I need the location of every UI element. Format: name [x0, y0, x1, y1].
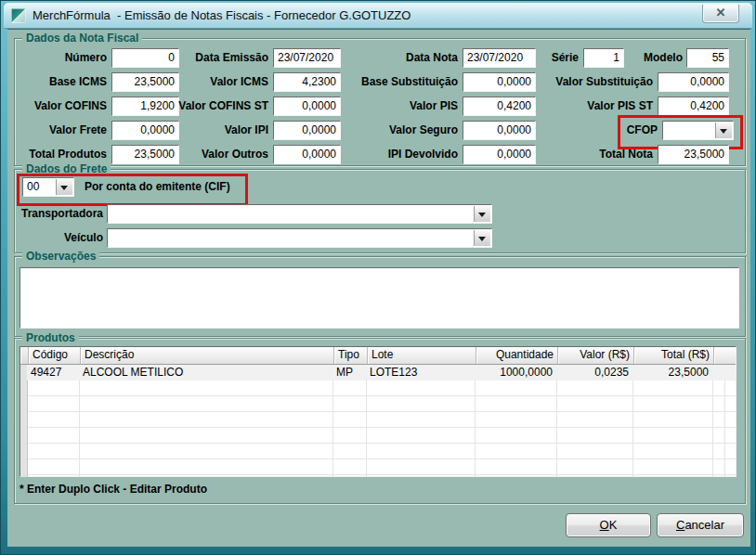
cell-tipo: MP — [332, 365, 366, 381]
cfop-combobox[interactable] — [662, 121, 734, 140]
data-nota-label: Data Nota — [352, 48, 458, 68]
frete-modalidade-value: 00 — [27, 180, 39, 193]
valor-frete-label: Valor Frete — [10, 121, 107, 140]
valor-outros-label: Valor Outros — [174, 145, 268, 164]
cancel-button[interactable]: Cancelar — [657, 513, 744, 537]
cell-valor: 0,0235 — [556, 365, 632, 381]
valor-pis-label: Valor PIS — [352, 97, 458, 116]
close-button[interactable]: ✕ — [702, 5, 739, 23]
grid-column-line — [475, 365, 476, 477]
grid-column-line — [556, 365, 557, 477]
valor-substituicao-input[interactable]: 0,0000 — [658, 72, 729, 92]
grid-header: Código Descrição Tipo Lote Quantidade Va… — [20, 347, 736, 365]
valor-seguro-label: Valor Seguro — [352, 121, 458, 140]
ipi-devolvido-label: IPI Devolvido — [352, 145, 458, 164]
veiculo-select[interactable] — [107, 228, 492, 248]
grid-body: 49427 ALCOOL METILICO MP LOTE123 1000,00… — [20, 365, 736, 477]
base-icms-label: Base ICMS — [10, 72, 107, 92]
app-window: MerchFórmula - Emissão de Notas Fiscais … — [0, 0, 756, 555]
cell-quantidade: 1000,0000 — [475, 365, 556, 381]
valor-cofins-st-input[interactable]: 0,0000 — [273, 97, 341, 116]
title-bar[interactable]: MerchFórmula - Emissão de Notas Fiscais … — [4, 3, 752, 29]
column-header-valor[interactable]: Valor (R$) — [558, 347, 634, 364]
column-header-tipo[interactable]: Tipo — [334, 347, 368, 364]
dropdown-arrow-icon[interactable] — [56, 179, 72, 195]
cell-codigo: 49427 — [27, 365, 79, 381]
grid-column-line — [632, 365, 633, 477]
column-header-codigo[interactable]: Código — [29, 347, 81, 364]
modelo-label: Modelo — [629, 48, 683, 68]
column-header-lote[interactable]: Lote — [368, 347, 476, 364]
dropdown-arrow-icon[interactable] — [715, 123, 732, 138]
cancel-button-label: Cancelar — [658, 514, 743, 536]
transportadora-select[interactable] — [107, 204, 492, 224]
grid-column-line — [366, 365, 367, 477]
grid-column-line — [79, 365, 80, 477]
numero-label: Número — [10, 48, 107, 68]
cell-descricao: ALCOOL METILICO — [79, 365, 332, 381]
frete-modalidade-desc: Por conta do emitente (CIF) — [85, 177, 307, 197]
group-title: Produtos — [22, 331, 79, 344]
valor-ipi-label: Valor IPI — [174, 121, 268, 140]
column-header-descricao[interactable]: Descrição — [81, 347, 334, 364]
valor-ipi-input[interactable]: 0,0000 — [273, 121, 341, 140]
data-emissao-input[interactable]: 23/07/2020 — [273, 48, 341, 68]
valor-cofins-st-label: Valor COFINS ST — [174, 97, 268, 116]
cell-lote: LOTE123 — [366, 365, 475, 381]
grid-column-line — [724, 365, 725, 477]
grid-column-line — [332, 365, 333, 477]
app-icon — [11, 8, 26, 23]
serie-label: Série — [517, 48, 579, 68]
cell-total: 23,5000 — [632, 365, 712, 381]
row-indicator-column — [20, 365, 28, 477]
window-title: MerchFórmula - Emissão de Notas Fiscais … — [33, 8, 411, 22]
valor-cofins-input[interactable]: 1,9200 — [111, 97, 179, 116]
dropdown-arrow-icon[interactable] — [474, 230, 490, 246]
modelo-input[interactable]: 55 — [686, 48, 729, 68]
veiculo-label: Veículo — [10, 228, 103, 248]
valor-icms-label: Valor ICMS — [174, 72, 268, 92]
group-title: Dados da Nota Fiscal — [22, 32, 142, 45]
ok-button-label: OK — [567, 514, 650, 536]
numero-input[interactable]: 0 — [111, 48, 179, 68]
column-header-filler — [714, 347, 736, 364]
base-substituicao-label: Base Substituição — [352, 72, 458, 92]
valor-outros-input[interactable]: 0,0000 — [273, 145, 341, 164]
ok-button[interactable]: OK — [566, 513, 651, 537]
total-nota-input[interactable]: 23,5000 — [658, 145, 729, 164]
table-row[interactable]: 49427 ALCOOL METILICO MP LOTE123 1000,00… — [27, 365, 736, 381]
produtos-grid[interactable]: Código Descrição Tipo Lote Quantidade Va… — [20, 346, 736, 477]
base-icms-input[interactable]: 23,5000 — [111, 72, 179, 92]
group-title: Observações — [22, 250, 99, 263]
total-produtos-label: Total Produtos — [10, 145, 107, 164]
column-header-quantidade[interactable]: Quantidade — [476, 347, 558, 364]
valor-pis-st-label: Valor PIS ST — [517, 97, 653, 116]
transportadora-label: Transportadora — [10, 204, 103, 224]
dropdown-arrow-icon[interactable] — [474, 206, 490, 222]
valor-cofins-label: Valor COFINS — [10, 97, 107, 116]
cfop-label: CFOP — [586, 121, 658, 140]
valor-icms-input[interactable]: 4,2300 — [273, 72, 341, 92]
total-nota-label: Total Nota — [517, 145, 653, 164]
valor-seguro-input[interactable]: 0,0000 — [463, 121, 536, 140]
observacoes-textarea[interactable] — [20, 267, 739, 329]
valor-substituicao-label: Valor Substituição — [517, 72, 653, 92]
grid-column-line — [712, 365, 713, 477]
serie-input[interactable]: 1 — [583, 48, 624, 68]
valor-frete-input[interactable]: 0,0000 — [111, 121, 179, 140]
row-indicator-header — [20, 347, 29, 364]
produtos-hint: * Enter Duplo Click - Editar Produto — [20, 483, 207, 496]
frete-modalidade-select[interactable]: 00 — [22, 177, 74, 197]
total-produtos-input[interactable]: 23,5000 — [111, 145, 179, 164]
column-header-total[interactable]: Total (R$) — [634, 347, 714, 364]
data-emissao-label: Data Emissão — [174, 48, 268, 68]
valor-pis-st-input[interactable]: 0,4200 — [658, 97, 729, 116]
